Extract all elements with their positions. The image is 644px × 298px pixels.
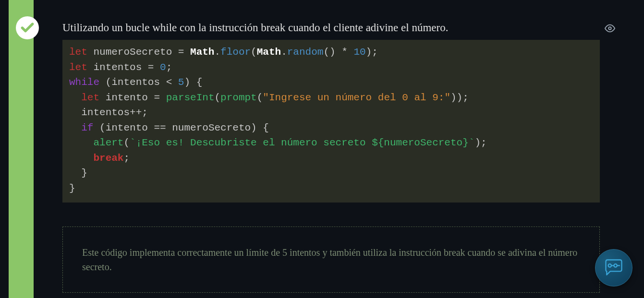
chat-button[interactable] <box>595 249 632 286</box>
success-check-badge <box>16 16 39 39</box>
check-icon <box>20 20 35 36</box>
success-bar <box>9 0 34 298</box>
left-margin <box>0 0 9 298</box>
main-content: Utilizando un bucle while con la instruc… <box>34 0 644 298</box>
code-method: floor <box>220 47 251 58</box>
code-keyword: while <box>69 77 99 88</box>
code-var: numeroSecreto <box>93 47 172 58</box>
chat-icon <box>603 257 624 278</box>
code-keyword: break <box>93 153 123 164</box>
code-number: 10 <box>353 47 365 58</box>
code-keyword: let <box>69 47 87 58</box>
svg-point-1 <box>608 264 611 267</box>
code-func: parseInt <box>166 92 215 103</box>
code-obj: Math <box>190 47 214 58</box>
code-template: `¡Eso es! Descubriste el número secreto … <box>130 137 474 148</box>
code-string: "Ingrese un número del 0 al 9:" <box>263 92 450 103</box>
svg-point-2 <box>614 264 617 267</box>
visibility-toggle[interactable] <box>605 23 615 36</box>
code-block: let numeroSecreto = Math.floor(Math.rand… <box>62 40 600 203</box>
code-keyword: if <box>81 122 93 133</box>
feedback-message: Este código implementa correctamente un … <box>62 226 600 293</box>
svg-point-0 <box>608 27 611 30</box>
eye-icon <box>605 23 615 34</box>
exercise-title: Utilizando un bucle while con la instruc… <box>62 22 632 34</box>
